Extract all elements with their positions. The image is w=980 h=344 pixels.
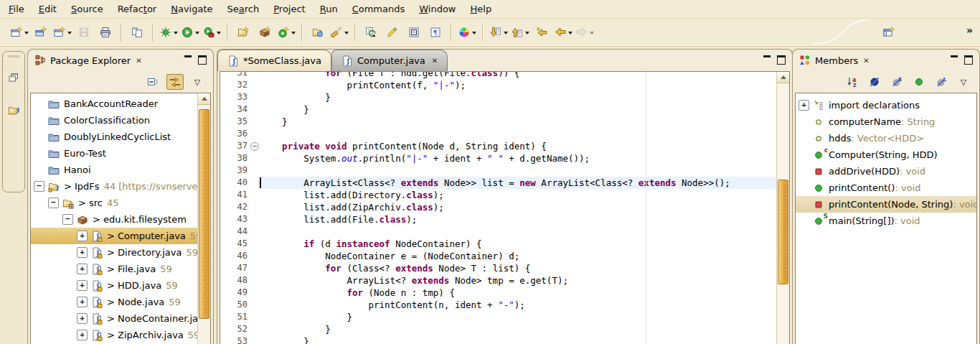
expander-plus-icon[interactable]: +	[77, 231, 88, 241]
dropdown-arrow-icon[interactable]	[291, 32, 296, 37]
expander-minus-icon[interactable]: −	[48, 197, 59, 208]
expander-plus-icon[interactable]: +	[77, 330, 88, 340]
new-perspective-button[interactable]	[878, 23, 900, 42]
collapse-all-button[interactable]	[144, 74, 161, 90]
member-import-declarations[interactable]: +import declarations	[796, 97, 976, 113]
menu-source[interactable]: Source	[64, 1, 110, 17]
new-class-button[interactable]	[275, 23, 297, 42]
prev-annotation-button[interactable]	[509, 23, 531, 42]
color-wheel-button[interactable]	[456, 23, 478, 42]
tree-item-bankaccountreader[interactable]: BankAccountReader	[31, 96, 210, 112]
next-annotation-button[interactable]	[488, 23, 509, 42]
dropdown-arrow-icon[interactable]	[590, 32, 594, 37]
minimize-icon[interactable]	[763, 55, 771, 62]
vertical-scrollbar[interactable]	[197, 93, 210, 344]
debug-button[interactable]	[158, 23, 179, 42]
members-list[interactable]: +import declarationscomputerName : Strin…	[795, 93, 977, 344]
hide-local-types-button[interactable]: L	[933, 74, 950, 90]
hide-static-button[interactable]: S	[888, 74, 905, 90]
tree-item-colorclassification[interactable]: ColorClassification	[31, 112, 210, 129]
fast-view-handle[interactable]	[7, 55, 20, 57]
new-java-project-button[interactable]	[232, 23, 254, 42]
team-sync-button[interactable]	[126, 23, 148, 42]
dropdown-arrow-icon[interactable]	[67, 32, 72, 37]
new-project-button[interactable]	[30, 23, 52, 42]
menu-run[interactable]: Run	[313, 1, 345, 17]
sort-button[interactable]: az	[844, 74, 861, 90]
dropdown-arrow-icon[interactable]	[174, 32, 178, 37]
tree-item-doublylinkedcycliclist[interactable]: DoublyLinkedCyclicList	[31, 129, 210, 145]
tree-item-edu-kit-filesystem[interactable]: −> edu.kit.filesystem	[31, 211, 210, 228]
tree-item-euro-test[interactable]: Euro-Test	[31, 145, 210, 162]
open-type-button[interactable]	[307, 23, 329, 42]
show-whitespace-button[interactable]: ¶	[425, 23, 446, 42]
view-menu-button[interactable]: ▽	[189, 74, 206, 90]
vertical-scrollbar[interactable]	[776, 72, 789, 344]
fold-collapse-icon[interactable]	[250, 142, 259, 151]
run-button[interactable]	[179, 23, 201, 42]
dropdown-arrow-icon[interactable]	[504, 32, 508, 37]
last-edit-location-button[interactable]	[531, 23, 552, 42]
dropdown-arrow-icon[interactable]	[195, 32, 199, 37]
member-hdds[interactable]: hdds : Vector<HDD>	[796, 130, 976, 147]
tree-item-directory-java[interactable]: +J> Directory.java59	[31, 244, 210, 261]
link-with-editor-button[interactable]	[166, 74, 184, 90]
maximize-icon[interactable]	[777, 55, 786, 65]
dropdown-arrow-icon[interactable]	[568, 32, 573, 37]
dropdown-arrow-icon[interactable]	[472, 32, 476, 37]
expander-minus-icon[interactable]: −	[34, 181, 44, 192]
expander-plus-icon[interactable]: +	[77, 297, 88, 307]
code-editor[interactable]: 3132333435363738394041424344454647484950…	[220, 71, 790, 344]
editor-tab-computer-java[interactable]: JComputer.java✕	[331, 50, 448, 71]
mark-occurrences-button[interactable]	[403, 23, 425, 42]
member-computer-string-hdd[interactable]: cComputer(String, HDD)	[796, 147, 976, 163]
menu-refactor[interactable]: Refactor	[110, 1, 164, 17]
tree-item-ipdfs[interactable]: −J> IpdFs44 [https://svnserver.i	[31, 178, 210, 195]
member-printcontent[interactable]: printContent() : void	[796, 180, 976, 196]
show-public-button[interactable]	[910, 74, 928, 90]
view-menu-button[interactable]: ▽	[955, 74, 972, 90]
expander-plus-icon[interactable]: +	[77, 247, 88, 258]
menu-navigate[interactable]: Navigate	[164, 1, 220, 17]
run-external-button[interactable]	[201, 23, 222, 42]
tree-item-node-java[interactable]: +J> Node.java59	[31, 294, 210, 310]
close-icon[interactable]: ✕	[432, 57, 438, 65]
scrollbar-thumb[interactable]	[199, 109, 209, 319]
tree-item-hdd-java[interactable]: +J> HDD.java59	[31, 277, 210, 294]
members-header[interactable]: Members ✕	[793, 50, 979, 71]
tree-item-src[interactable]: −> src45	[31, 195, 210, 211]
member-printcontent-node-string[interactable]: printContent(Node, String) : void	[796, 196, 976, 213]
dropdown-arrow-icon[interactable]	[525, 32, 529, 37]
tree-item-hanoi[interactable]: Hanoi	[31, 162, 210, 178]
menu-window[interactable]: Window	[412, 1, 463, 17]
menu-help[interactable]: Help	[463, 1, 499, 17]
dropdown-arrow-icon[interactable]	[24, 32, 29, 37]
dropdown-arrow-icon[interactable]	[344, 32, 349, 37]
expander-plus-icon[interactable]: +	[77, 264, 88, 274]
print-button[interactable]	[95, 23, 116, 42]
expander-plus-icon[interactable]: +	[798, 100, 809, 111]
scroll-up-button[interactable]	[198, 93, 210, 105]
menu-search[interactable]: Search	[220, 1, 267, 17]
menu-commands[interactable]: Commands	[345, 1, 413, 17]
scrollbar-thumb[interactable]	[778, 180, 788, 284]
tree-item-nodecontainer-java[interactable]: +J> NodeContainer.java59	[31, 310, 210, 327]
member-adddrive-hdd[interactable]: addDrive(HDD) : void	[796, 163, 976, 180]
maximize-icon[interactable]	[198, 55, 207, 65]
expander-plus-icon[interactable]: +	[77, 280, 88, 291]
search-button[interactable]	[329, 23, 350, 42]
close-icon[interactable]: ✕	[136, 57, 141, 65]
tree-item-computer-java[interactable]: +J> Computer.java59	[31, 228, 210, 244]
dropdown-arrow-icon[interactable]	[217, 32, 221, 37]
expander-plus-icon[interactable]: +	[77, 313, 88, 324]
maximize-icon[interactable]	[964, 55, 973, 65]
member-main-string[interactable]: Smain(String[]) : void	[796, 213, 976, 229]
editor-tab-someclass-java[interactable]: J*SomeClass.java	[217, 50, 331, 71]
package-explorer-header[interactable]: Package Explorer ✕	[28, 50, 213, 71]
menu-file[interactable]: File	[1, 1, 32, 17]
package-explorer-tree[interactable]: BankAccountReaderColorClassificationDoub…	[30, 93, 211, 344]
minimize-icon[interactable]	[951, 55, 958, 62]
tree-item-file-java[interactable]: +J> File.java59	[31, 261, 210, 277]
close-icon[interactable]: ✕	[863, 57, 869, 65]
new-package-button[interactable]	[254, 23, 275, 42]
